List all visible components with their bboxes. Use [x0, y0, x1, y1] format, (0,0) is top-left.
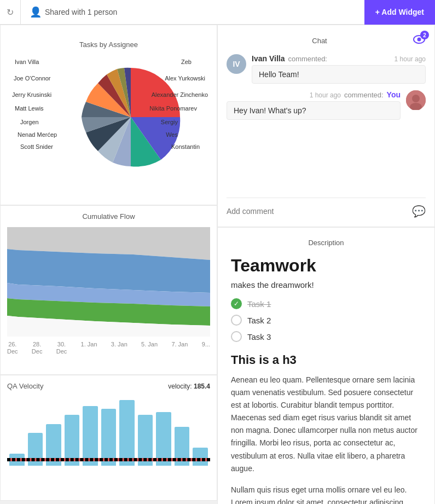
qa-velocity-widget: QA Velocity velocity: 185.4 — [0, 375, 217, 501]
task-check-3[interactable] — [231, 331, 242, 342]
add-widget-button[interactable]: + Add Widget — [364, 0, 435, 25]
avatar-you — [406, 90, 426, 110]
label-scott: Scott Snider — [20, 143, 53, 150]
velocity-bar — [83, 406, 98, 466]
eye-badge: 2 — [413, 34, 426, 48]
person-icon: 👤 — [30, 6, 42, 18]
description-widget: Description Teamwork makes the dreamwork… — [217, 227, 435, 504]
label-matt: Matt Lewis — [15, 105, 44, 112]
pie-chart-title: Tasks by Assignee — [79, 40, 138, 49]
cumulative-flow-title: Cumulative Flow — [7, 212, 210, 221]
label-zinchenko: Alexander Zinchenko — [152, 91, 208, 98]
x-label-5: 3. Jan — [111, 341, 127, 355]
message-text-ivan: Hello Team! — [252, 65, 426, 84]
bar-chart-area — [7, 395, 210, 477]
velocity-bar — [119, 400, 135, 466]
qa-velocity-title: QA Velocity — [7, 382, 43, 390]
description-body-1: Aenean eu leo quam. Pellentesque ornare … — [231, 374, 421, 475]
task-item-3: Task 3 — [231, 331, 421, 342]
avatar-ivan: IV — [227, 54, 246, 74]
cumulative-flow-chart — [7, 227, 210, 337]
label-ivan: Ivan Villa — [15, 59, 39, 65]
label-nikita: Nikita Ponomarev — [149, 105, 197, 112]
bars-container — [7, 395, 210, 466]
label-sergiy: Sergiy — [161, 119, 178, 125]
task-check-1[interactable]: ✓ — [231, 298, 242, 309]
cumulative-flow-widget: Cumulative Flow 26.Dec 28.Dec 30.Dec 1. … — [0, 205, 217, 375]
shared-label: Shared with 1 person — [45, 8, 117, 16]
chat-bubble-icon: 💬 — [412, 205, 426, 218]
chat-widget: Chat 2 IV Iva — [217, 25, 435, 227]
label-konstantin: Konstantin — [171, 143, 200, 150]
x-label-8: 9... — [202, 341, 210, 355]
refresh-icon[interactable]: ↻ — [7, 7, 14, 18]
label-jerry: Jerry Krusinski — [12, 91, 51, 98]
tasks-by-assignee-widget: Tasks by Assignee — [0, 25, 217, 205]
x-label-6: 5. Jan — [141, 341, 158, 355]
right-column: Chat 2 IV Iva — [217, 25, 435, 504]
label-nenad: Nenad Merćep — [18, 131, 57, 138]
you-avatar-img — [406, 90, 426, 110]
message-author-you: You — [387, 90, 401, 99]
description-section-title: Description — [231, 239, 421, 247]
message-action-ivan: commented: — [288, 55, 327, 63]
message-author-ivan: Ivan Villa — [252, 54, 285, 63]
message-item-you: You commented: 1 hour ago Hey Ivan! What… — [227, 90, 426, 120]
x-label-4: 1. Jan — [81, 341, 97, 355]
svg-point-1 — [417, 38, 421, 42]
chat-title: Chat — [227, 37, 413, 45]
message-time-ivan: 1 hour ago — [395, 55, 426, 63]
comment-input-area[interactable]: 💬 — [227, 198, 426, 218]
velocity-header: QA Velocity velocity: 185.4 — [7, 382, 210, 390]
task-list: ✓ Task 1 Task 2 Task 3 — [231, 298, 421, 342]
header: ↻ 👤 Shared with 1 person + Add Widget — [0, 0, 435, 25]
label-alex: Alex Yurkowski — [165, 75, 205, 82]
velocity-bar — [101, 409, 117, 466]
eye-badge-count: 2 — [420, 31, 429, 39]
x-label-7: 7. Jan — [171, 341, 188, 355]
task-label-3: Task 3 — [247, 332, 271, 341]
message-time-you: 1 hour ago — [310, 91, 341, 99]
label-jorgen: Jorgen — [20, 119, 39, 125]
message-meta-ivan: Ivan Villa commented: 1 hour ago — [252, 54, 426, 63]
svg-point-3 — [412, 95, 420, 102]
message-content-you: You commented: 1 hour ago Hey Ivan! What… — [227, 90, 401, 120]
description-h3: This is a h3 — [231, 353, 421, 367]
label-wes: Wes — [166, 131, 178, 138]
message-text-you: Hey Ivan! What's up? — [227, 101, 401, 120]
velocity-bar — [193, 448, 208, 466]
pie-container: Tasks by Assignee — [9, 34, 208, 196]
comment-input[interactable] — [227, 207, 408, 216]
description-body-2: Nullam quis risus eget urna mollis ornar… — [231, 484, 421, 504]
x-label-3: 30.Dec — [56, 341, 67, 355]
task-label-1: Task 1 — [247, 299, 271, 309]
message-content-ivan: Ivan Villa commented: 1 hour ago Hello T… — [252, 54, 426, 84]
task-label-2: Task 2 — [247, 316, 271, 325]
label-joe: Joe O'Connor — [14, 75, 51, 82]
description-subtitle: makes the dreamwork! — [231, 280, 421, 289]
left-column: Tasks by Assignee — [0, 25, 217, 504]
task-item-2: Task 2 — [231, 315, 421, 326]
velocity-stat: velocity: 185.4 — [168, 383, 210, 390]
message-meta-you: You commented: 1 hour ago — [227, 90, 401, 99]
description-main-title: Teamwork — [231, 256, 421, 276]
chat-header: Chat 2 — [227, 34, 426, 48]
messages-area: IV Ivan Villa commented: 1 hour ago Hell… — [227, 54, 426, 198]
shared-info: 👤 Shared with 1 person — [20, 0, 117, 25]
task-item-1: ✓ Task 1 — [231, 298, 421, 309]
x-label-2: 28.Dec — [32, 341, 43, 355]
label-zeb: Zeb — [181, 59, 192, 65]
message-action-you: commented: — [344, 91, 384, 99]
task-check-2[interactable] — [231, 315, 242, 326]
header-left: ↻ 👤 Shared with 1 person — [0, 0, 364, 25]
x-label-1: 26.Dec — [7, 341, 18, 355]
message-item-ivan: IV Ivan Villa commented: 1 hour ago Hell… — [227, 54, 426, 84]
main-content: Tasks by Assignee — [0, 25, 435, 504]
average-line — [7, 458, 210, 461]
